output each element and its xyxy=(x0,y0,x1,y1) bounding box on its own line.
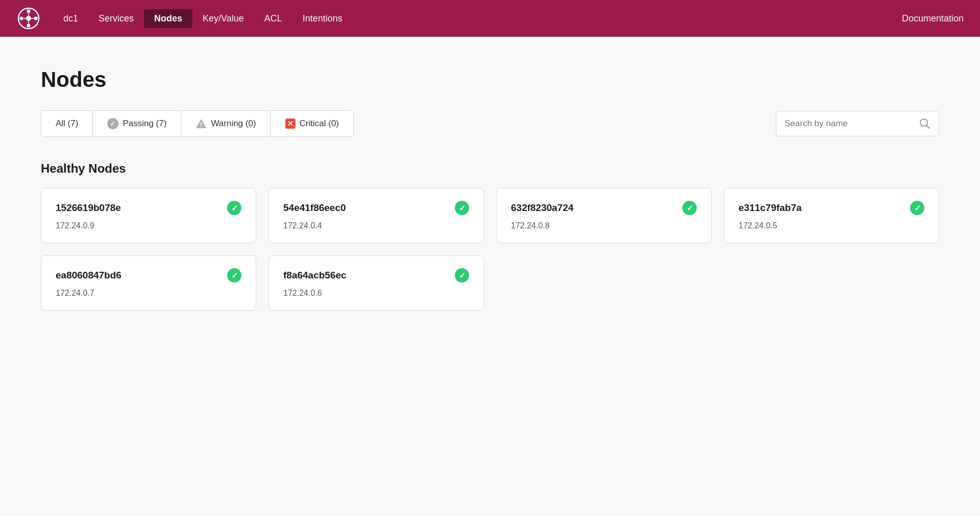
node-name-2: 54e41f86eec0 xyxy=(283,202,346,214)
filter-all[interactable]: All (7) xyxy=(41,111,93,136)
main-content: Nodes All (7) ✓ Passing (7) ! Warnin xyxy=(0,37,980,341)
node-card-5[interactable]: ea8060847bd6 172.24.0.7 xyxy=(41,255,256,311)
node-ip-3: 172.24.0.8 xyxy=(511,221,697,230)
node-status-icon-4 xyxy=(910,201,924,215)
warning-icon: ! xyxy=(195,119,207,129)
filter-warning[interactable]: ! Warning (0) xyxy=(181,111,271,136)
filter-critical[interactable]: ✕ Critical (0) xyxy=(271,111,353,136)
node-card-2[interactable]: 54e41f86eec0 172.24.0.4 xyxy=(268,188,484,243)
node-name-4: e311c79fab7a xyxy=(739,202,802,214)
svg-point-2 xyxy=(27,10,31,13)
filter-all-label: All (7) xyxy=(56,119,78,129)
filter-passing[interactable]: ✓ Passing (7) xyxy=(93,111,181,136)
page-title: Nodes xyxy=(41,67,939,92)
filter-passing-label: Passing (7) xyxy=(122,119,166,129)
node-status-icon-2 xyxy=(455,201,469,215)
nav-nodes[interactable]: Nodes xyxy=(144,9,192,28)
search-button[interactable] xyxy=(911,112,939,135)
nav-services[interactable]: Services xyxy=(88,9,144,28)
node-status-icon-1 xyxy=(227,201,241,215)
node-status-icon-5 xyxy=(227,268,241,283)
svg-text:!: ! xyxy=(200,121,202,129)
logo[interactable] xyxy=(16,6,41,31)
node-name-1: 1526619b078e xyxy=(56,202,121,214)
node-ip-4: 172.24.0.5 xyxy=(739,221,924,230)
svg-point-5 xyxy=(34,17,38,20)
node-card-header-5: ea8060847bd6 xyxy=(56,268,241,283)
healthy-nodes-title: Healthy Nodes xyxy=(41,161,939,176)
node-card-header-6: f8a64acb56ec xyxy=(283,268,469,283)
filter-critical-label: Critical (0) xyxy=(300,119,339,129)
nav-dc[interactable]: dc1 xyxy=(53,9,88,28)
search-input[interactable] xyxy=(776,111,911,136)
node-ip-6: 172.24.0.6 xyxy=(283,289,469,298)
filter-buttons: All (7) ✓ Passing (7) ! Warning (0) xyxy=(41,110,354,137)
filter-warning-label: Warning (0) xyxy=(211,119,256,129)
nodes-grid-row1: 1526619b078e 172.24.0.9 54e41f86eec0 172… xyxy=(41,188,939,243)
nav-acl[interactable]: ACL xyxy=(254,9,292,28)
svg-point-3 xyxy=(27,24,31,28)
node-status-icon-3 xyxy=(682,201,697,215)
node-name-5: ea8060847bd6 xyxy=(56,270,121,281)
nav-links: dc1 Services Nodes Key/Value ACL Intenti… xyxy=(53,9,902,28)
svg-line-13 xyxy=(927,126,930,129)
node-card-3[interactable]: 632f8230a724 172.24.0.8 xyxy=(496,188,712,243)
node-card-header-3: 632f8230a724 xyxy=(511,201,697,215)
search-container xyxy=(776,111,939,136)
node-ip-2: 172.24.0.4 xyxy=(283,221,469,230)
nodes-grid-row2: ea8060847bd6 172.24.0.7 f8a64acb56ec 172… xyxy=(41,255,939,311)
svg-point-4 xyxy=(20,17,23,20)
filter-bar: All (7) ✓ Passing (7) ! Warning (0) xyxy=(41,110,939,137)
node-card-4[interactable]: e311c79fab7a 172.24.0.5 xyxy=(724,188,939,243)
nav-intentions[interactable]: Intentions xyxy=(292,9,353,28)
svg-point-1 xyxy=(26,16,31,21)
node-card-header-1: 1526619b078e xyxy=(56,201,241,215)
node-card-1[interactable]: 1526619b078e 172.24.0.9 xyxy=(41,188,256,243)
node-card-header-4: e311c79fab7a xyxy=(739,201,924,215)
navbar: dc1 Services Nodes Key/Value ACL Intenti… xyxy=(0,0,980,37)
critical-icon: ✕ xyxy=(285,119,296,129)
node-ip-5: 172.24.0.7 xyxy=(56,289,241,298)
node-status-icon-6 xyxy=(455,268,469,283)
node-name-6: f8a64acb56ec xyxy=(283,270,347,281)
search-icon xyxy=(919,118,930,129)
node-card-6[interactable]: f8a64acb56ec 172.24.0.6 xyxy=(268,255,484,311)
node-ip-1: 172.24.0.9 xyxy=(56,221,241,230)
node-name-3: 632f8230a724 xyxy=(511,202,574,214)
node-card-header-2: 54e41f86eec0 xyxy=(283,201,469,215)
nav-documentation[interactable]: Documentation xyxy=(902,13,964,24)
passing-icon: ✓ xyxy=(107,118,118,129)
nav-keyvalue[interactable]: Key/Value xyxy=(192,9,254,28)
